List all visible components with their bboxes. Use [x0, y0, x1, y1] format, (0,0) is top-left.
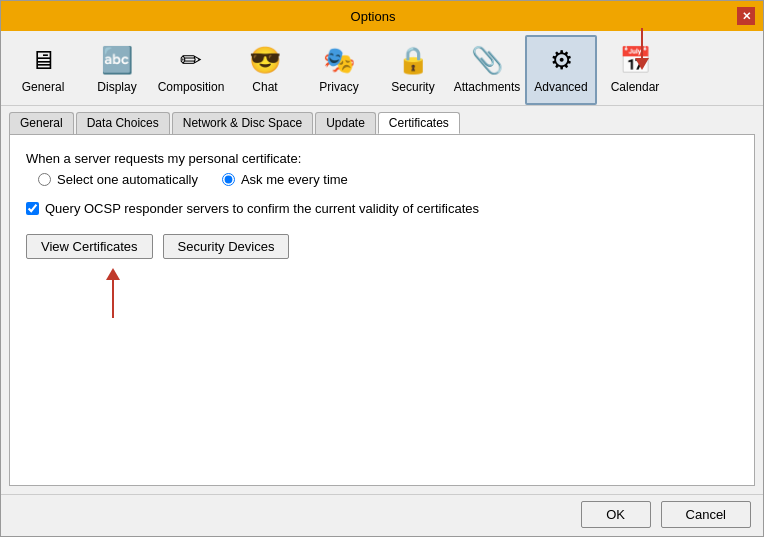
- tab-bar: General Data Choices Network & Disc Spac…: [1, 106, 763, 134]
- tab-certificates[interactable]: Certificates: [378, 112, 460, 134]
- toolbar-item-attachments[interactable]: 📎 Attachments: [451, 35, 523, 105]
- ocsp-row: Query OCSP responder servers to confirm …: [26, 201, 738, 216]
- radio-ask-option[interactable]: Ask me every time: [222, 172, 348, 187]
- toolbar-item-privacy[interactable]: 🎭 Privacy: [303, 35, 375, 105]
- privacy-icon: 🎭: [323, 44, 355, 76]
- toolbar-label-display: Display: [97, 80, 136, 94]
- composition-icon: ✏: [175, 44, 207, 76]
- radio-auto-input[interactable]: [38, 173, 51, 186]
- chat-icon: 😎: [249, 44, 281, 76]
- toolbar-label-privacy: Privacy: [319, 80, 358, 94]
- personal-cert-label: When a server requests my personal certi…: [26, 151, 738, 166]
- radio-auto-label: Select one automatically: [57, 172, 198, 187]
- certificates-tab-content: When a server requests my personal certi…: [9, 134, 755, 486]
- display-icon: 🔤: [101, 44, 133, 76]
- toolbar-item-advanced[interactable]: ⚙ Advanced: [525, 35, 597, 105]
- bottom-bar: OK Cancel: [1, 494, 763, 536]
- toolbar-label-advanced: Advanced: [534, 80, 587, 94]
- toolbar-item-general[interactable]: 🖥 General: [7, 35, 79, 105]
- personal-cert-section: When a server requests my personal certi…: [26, 151, 738, 187]
- security-icon: 🔒: [397, 44, 429, 76]
- security-devices-button[interactable]: Security Devices: [163, 234, 290, 259]
- button-row: View Certificates Security Devices: [26, 234, 738, 259]
- ocsp-checkbox[interactable]: [26, 202, 39, 215]
- window-title: Options: [9, 9, 737, 24]
- toolbar-label-composition: Composition: [158, 80, 225, 94]
- radio-group-cert: Select one automatically Ask me every ti…: [26, 172, 738, 187]
- toolbar-item-security[interactable]: 🔒 Security: [377, 35, 449, 105]
- tab-general[interactable]: General: [9, 112, 74, 134]
- ocsp-label: Query OCSP responder servers to confirm …: [45, 201, 479, 216]
- radio-ask-label: Ask me every time: [241, 172, 348, 187]
- ok-button[interactable]: OK: [581, 501, 651, 528]
- titlebar: Options ✕: [1, 1, 763, 31]
- radio-ask-input[interactable]: [222, 173, 235, 186]
- toolbar-label-security: Security: [391, 80, 434, 94]
- close-button[interactable]: ✕: [737, 7, 755, 25]
- tab-network-disc[interactable]: Network & Disc Space: [172, 112, 313, 134]
- toolbar-item-composition[interactable]: ✏ Composition: [155, 35, 227, 105]
- toolbar-label-attachments: Attachments: [454, 80, 521, 94]
- radio-auto-option[interactable]: Select one automatically: [38, 172, 198, 187]
- toolbar-item-chat[interactable]: 😎 Chat: [229, 35, 301, 105]
- toolbar-label-chat: Chat: [252, 80, 277, 94]
- toolbar-label-general: General: [22, 80, 65, 94]
- tab-update[interactable]: Update: [315, 112, 376, 134]
- view-certificates-button[interactable]: View Certificates: [26, 234, 153, 259]
- advanced-icon: ⚙: [545, 44, 577, 76]
- cancel-button[interactable]: Cancel: [661, 501, 751, 528]
- toolbar-item-display[interactable]: 🔤 Display: [81, 35, 153, 105]
- options-window: Options ✕ 🖥 General 🔤 Display ✏ Composit…: [0, 0, 764, 537]
- tab-data-choices[interactable]: Data Choices: [76, 112, 170, 134]
- attachments-icon: 📎: [471, 44, 503, 76]
- toolbar-label-calendar: Calendar: [611, 80, 660, 94]
- general-icon: 🖥: [27, 44, 59, 76]
